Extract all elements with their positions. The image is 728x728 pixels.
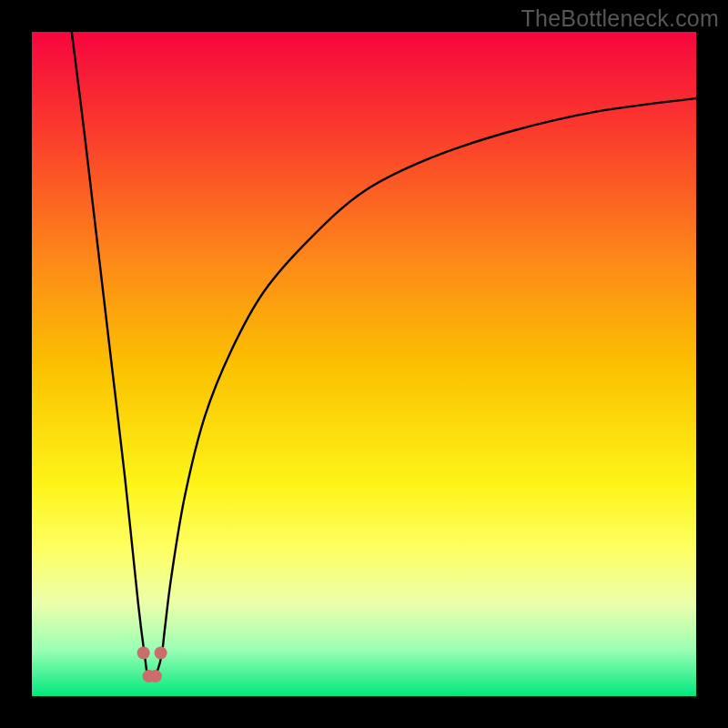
watermark-text: TheBottleneck.com	[521, 5, 719, 32]
min-marker	[155, 647, 167, 660]
min-marker	[137, 647, 150, 660]
plot-area	[32, 32, 696, 696]
min-marker	[149, 670, 162, 682]
bottleneck-curve	[32, 32, 696, 696]
chart-frame: TheBottleneck.com	[0, 0, 728, 728]
